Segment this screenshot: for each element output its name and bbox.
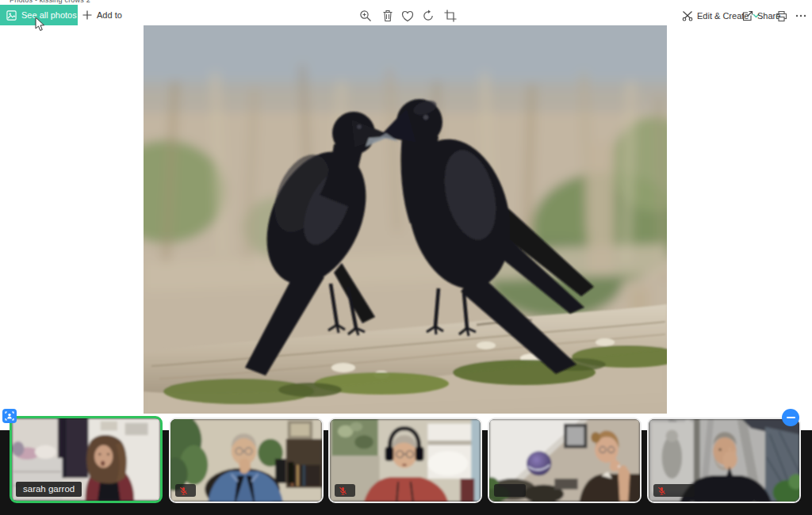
see-all-photos-button[interactable]: See all photos [0, 5, 78, 25]
heart-icon [401, 10, 414, 22]
plus-icon [82, 10, 92, 20]
see-all-photos-label: See all photos [21, 10, 77, 20]
photos-app-window: Photos - kissing crows 2 See all photos … [0, 0, 812, 515]
participant-tile-2[interactable] [169, 418, 324, 503]
share-icon [742, 10, 753, 21]
see-more-button[interactable] [794, 8, 808, 24]
rotate-button[interactable] [420, 8, 436, 24]
mic-muted-icon [179, 486, 188, 495]
participant-name-label: sarah garrod [16, 482, 82, 497]
mic-status-lozenge [494, 484, 526, 497]
minimize-panel-button[interactable] [782, 409, 799, 426]
participant-tile-4[interactable] [488, 418, 642, 503]
add-to-button[interactable]: Add to [82, 5, 122, 25]
rotate-icon [422, 10, 435, 22]
mic-muted-icon [657, 486, 666, 495]
gallery-view-icon [5, 411, 14, 421]
zoom-button[interactable] [358, 8, 373, 24]
add-to-label: Add to [97, 10, 122, 20]
crop-icon [444, 10, 457, 22]
participant-tile-3[interactable] [328, 418, 482, 503]
ellipsis-icon [795, 14, 806, 17]
mic-muted-icon [339, 486, 347, 495]
print-button[interactable] [774, 8, 788, 24]
crop-button[interactable] [442, 8, 458, 24]
window-title: Photos - kissing crows 2 [10, 0, 90, 4]
minus-icon [787, 417, 795, 419]
crows-photo [144, 25, 667, 414]
delete-button[interactable] [380, 8, 396, 24]
edit-create-icon [682, 10, 693, 21]
favorite-button[interactable] [400, 8, 416, 24]
photos-icon [6, 10, 17, 21]
edit-create-label: Edit & Create [697, 11, 749, 21]
photo-canvas [144, 25, 667, 414]
mic-status-lozenge [175, 484, 196, 497]
participant-tile-5[interactable] [647, 418, 801, 503]
mic-status-lozenge [335, 484, 355, 497]
zoom-icon [359, 10, 372, 22]
gallery-view-button[interactable] [2, 409, 17, 423]
mic-status-lozenge [653, 484, 695, 497]
participant-tile-1[interactable]: sarah garrod [10, 416, 163, 503]
printer-icon [776, 10, 787, 22]
trash-icon [382, 10, 393, 22]
